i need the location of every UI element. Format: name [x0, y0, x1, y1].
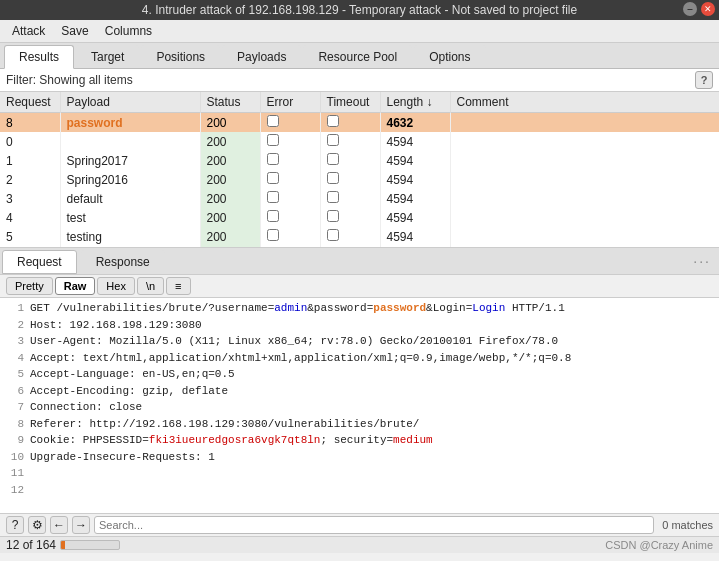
main-content: Request Payload Status Error Timeout Len… — [0, 92, 719, 553]
filter-text: Filter: Showing all items — [6, 73, 695, 87]
code-line: 9Cookie: PHPSESSID=fki3iueuredgosra6vgk7… — [6, 432, 713, 449]
code-line: 5Accept-Language: en-US,en;q=0.5 — [6, 366, 713, 383]
error-checkbox[interactable] — [267, 153, 279, 165]
menu-attack[interactable]: Attack — [4, 22, 53, 40]
help-button[interactable]: ? — [695, 71, 713, 89]
code-line: 8Referer: http://192.168.198.129:3080/vu… — [6, 416, 713, 433]
btn-raw[interactable]: Raw — [55, 277, 96, 295]
table-row[interactable]: 3default2004594 — [0, 189, 719, 208]
code-line: 3User-Agent: Mozilla/5.0 (X11; Linux x86… — [6, 333, 713, 350]
code-line: 12 — [6, 482, 713, 499]
col-header-timeout[interactable]: Timeout — [320, 92, 380, 113]
filter-bar: Filter: Showing all items ? — [0, 69, 719, 92]
minimize-button[interactable]: – — [683, 2, 697, 16]
tab-bar: Results Target Positions Payloads Resour… — [0, 43, 719, 69]
window-title: 4. Intruder attack of 192.168.198.129 - … — [142, 3, 577, 17]
error-checkbox[interactable] — [327, 172, 339, 184]
table-body: 8password2004632020045941Spring201720045… — [0, 113, 719, 248]
code-toolbar: Pretty Raw Hex \n ≡ — [0, 275, 719, 298]
results-table-wrapper: Request Payload Status Error Timeout Len… — [0, 92, 719, 247]
dots-button[interactable]: ··· — [693, 253, 711, 269]
code-line: 10Upgrade-Insecure-Requests: 1 — [6, 449, 713, 466]
btn-menu[interactable]: ≡ — [166, 277, 190, 295]
tab-results[interactable]: Results — [4, 45, 74, 69]
table-row[interactable]: 8password2004632 — [0, 113, 719, 133]
progress-text: 12 of 164 — [6, 538, 56, 552]
table-row[interactable]: 02004594 — [0, 132, 719, 151]
table-row[interactable]: 1Spring20172004594 — [0, 151, 719, 170]
results-table: Request Payload Status Error Timeout Len… — [0, 92, 719, 247]
error-checkbox[interactable] — [267, 115, 279, 127]
btn-hex[interactable]: Hex — [97, 277, 135, 295]
match-count: 0 matches — [662, 519, 713, 531]
code-line: 7Connection: close — [6, 399, 713, 416]
code-line: 4Accept: text/html,application/xhtml+xml… — [6, 350, 713, 367]
tab-resource-pool[interactable]: Resource Pool — [303, 45, 412, 68]
error-checkbox[interactable] — [327, 210, 339, 222]
col-header-status[interactable]: Status — [200, 92, 260, 113]
error-checkbox[interactable] — [327, 191, 339, 203]
menu-bar: Attack Save Columns — [0, 20, 719, 43]
table-header: Request Payload Status Error Timeout Len… — [0, 92, 719, 113]
error-checkbox[interactable] — [327, 153, 339, 165]
panel-tab-request[interactable]: Request — [2, 250, 77, 274]
col-header-error[interactable]: Error — [260, 92, 320, 113]
code-line: 2Host: 192.168.198.129:3080 — [6, 317, 713, 334]
menu-columns[interactable]: Columns — [97, 22, 160, 40]
error-checkbox[interactable] — [267, 134, 279, 146]
tab-options[interactable]: Options — [414, 45, 485, 68]
code-area: 1GET /vulnerabilities/brute/?username=ad… — [0, 298, 719, 513]
tab-positions[interactable]: Positions — [141, 45, 220, 68]
col-header-request[interactable]: Request — [0, 92, 60, 113]
help-icon-btn[interactable]: ? — [6, 516, 24, 534]
watermark: CSDN @Crazy Anime — [605, 539, 713, 551]
status-bar: 12 of 164 CSDN @Crazy Anime — [0, 536, 719, 553]
code-line: 1GET /vulnerabilities/brute/?username=ad… — [6, 300, 713, 317]
error-checkbox[interactable] — [327, 115, 339, 127]
panel-tab-response[interactable]: Response — [81, 250, 165, 274]
back-icon-btn[interactable]: ← — [50, 516, 68, 534]
progress-bar — [60, 540, 120, 550]
table-row[interactable]: 4test2004594 — [0, 208, 719, 227]
col-header-length[interactable]: Length ↓ — [380, 92, 450, 113]
tab-payloads[interactable]: Payloads — [222, 45, 301, 68]
error-checkbox[interactable] — [267, 191, 279, 203]
code-line: 6Accept-Encoding: gzip, deflate — [6, 383, 713, 400]
title-bar: 4. Intruder attack of 192.168.198.129 - … — [0, 0, 719, 20]
code-line: 11 — [6, 465, 713, 482]
error-checkbox[interactable] — [327, 134, 339, 146]
col-header-comment[interactable]: Comment — [450, 92, 719, 113]
bottom-bar: ? ⚙ ← → 0 matches — [0, 513, 719, 536]
settings-icon-btn[interactable]: ⚙ — [28, 516, 46, 534]
close-button[interactable]: ✕ — [701, 2, 715, 16]
btn-pretty[interactable]: Pretty — [6, 277, 53, 295]
table-row[interactable]: 2Spring20162004594 — [0, 170, 719, 189]
forward-icon-btn[interactable]: → — [72, 516, 90, 534]
tab-target[interactable]: Target — [76, 45, 139, 68]
menu-save[interactable]: Save — [53, 22, 96, 40]
error-checkbox[interactable] — [327, 229, 339, 241]
btn-newline[interactable]: \n — [137, 277, 164, 295]
panel-divider: Request Response ··· — [0, 247, 719, 275]
col-header-payload[interactable]: Payload — [60, 92, 200, 113]
progress-fill — [61, 541, 65, 549]
table-row[interactable]: 5testing2004594 — [0, 227, 719, 246]
error-checkbox[interactable] — [267, 210, 279, 222]
error-checkbox[interactable] — [267, 229, 279, 241]
error-checkbox[interactable] — [267, 172, 279, 184]
search-input[interactable] — [94, 516, 654, 534]
